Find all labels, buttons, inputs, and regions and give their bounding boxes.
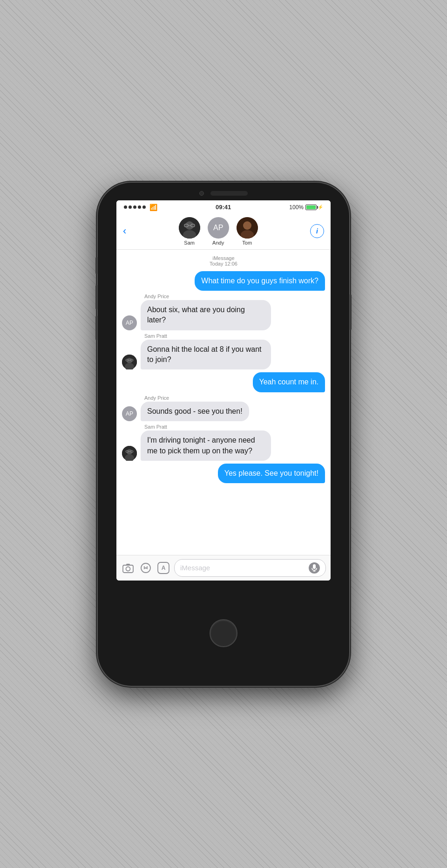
microphone-button[interactable] <box>309 562 320 574</box>
message-row: What time do you guys finish work? <box>122 271 325 291</box>
app-store-button[interactable]: A <box>156 561 170 575</box>
participant-tom[interactable]: Tom <box>237 217 258 246</box>
svg-point-16 <box>127 449 132 455</box>
signal-dot <box>142 205 146 209</box>
volume-down-button[interactable] <box>95 316 97 340</box>
message-bubble-incoming[interactable]: About six, what are you doing later? <box>141 300 271 330</box>
avatar-sam-small <box>122 446 137 461</box>
avatar-tom <box>237 217 258 239</box>
participant-name-tom: Tom <box>242 240 252 246</box>
message-row: Sam Pratt I'm driving tonight - anyone n… <box>122 424 325 461</box>
message-bubble-outgoing[interactable]: What time do you guys finish work? <box>195 271 325 291</box>
camera-button[interactable] <box>121 561 135 575</box>
sender-label: Andy Price <box>144 294 169 299</box>
sender-label: Sam Pratt <box>144 424 167 430</box>
message-row: Sam Pratt Gonna hit the local at 8 if yo… <box>122 333 325 370</box>
battery-fill <box>306 205 316 209</box>
phone-frame: 📶 09:41 100% ⚡ ‹ <box>98 183 349 686</box>
phone-top <box>98 183 349 198</box>
participant-sam[interactable]: Sam <box>179 217 200 246</box>
avatar-sam-small <box>122 355 137 369</box>
participants-list: Sam AP Andy Tom <box>179 217 258 246</box>
info-icon: i <box>316 227 318 235</box>
home-button-area <box>210 581 237 686</box>
signal-indicator <box>124 205 146 209</box>
message-bubble-outgoing[interactable]: Yeah count me in. <box>253 372 325 392</box>
speaker-grille <box>210 191 248 196</box>
message-input-placeholder: iMessage <box>180 564 306 572</box>
tom-avatar-svg <box>237 217 258 239</box>
front-camera <box>199 191 204 196</box>
participant-name-andy: Andy <box>212 240 224 246</box>
info-button[interactable]: i <box>310 224 324 238</box>
svg-text:A: A <box>162 565 166 571</box>
message-input-field[interactable]: iMessage <box>174 559 326 577</box>
svg-point-25 <box>144 566 145 567</box>
chat-header-label: iMessage Today 12:06 <box>122 255 325 267</box>
battery-indicator: ⚡ <box>305 205 323 210</box>
avatar-andy: AP <box>208 217 229 239</box>
svg-point-10 <box>127 358 132 363</box>
battery-percent: 100% <box>289 204 304 211</box>
sender-label: Sam Pratt <box>144 333 167 339</box>
participant-name-sam: Sam <box>184 240 195 246</box>
svg-point-22 <box>126 567 130 571</box>
avatar-ap-small: AP <box>122 406 137 421</box>
participant-andy[interactable]: AP Andy <box>208 217 229 246</box>
message-row: Yes please. See you tonight! <box>122 464 325 483</box>
avatar-sam <box>179 217 200 239</box>
signal-dot <box>129 205 132 209</box>
wifi-icon: 📶 <box>149 204 157 211</box>
svg-rect-23 <box>126 564 130 565</box>
status-time: 09:41 <box>216 204 231 211</box>
messages-area: iMessage Today 12:06 What time do you gu… <box>116 250 331 555</box>
navigation-bar: ‹ Sam <box>116 214 331 250</box>
mute-button[interactable] <box>95 257 97 274</box>
message-row: Yeah count me in. <box>122 372 325 392</box>
charging-bolt: ⚡ <box>318 205 323 210</box>
status-left: 📶 <box>124 204 157 211</box>
back-button[interactable]: ‹ <box>123 226 126 236</box>
message-bubble-incoming[interactable]: Sounds good - see you then! <box>141 402 249 421</box>
signal-dot <box>124 205 127 209</box>
sam-avatar-svg <box>179 217 200 239</box>
sender-label: Andy Price <box>144 395 169 401</box>
message-bubble-incoming[interactable]: Gonna hit the local at 8 if you want to … <box>141 340 271 370</box>
battery-box <box>305 205 317 210</box>
message-bubble-outgoing[interactable]: Yes please. See you tonight! <box>218 464 325 483</box>
digital-touch-button[interactable] <box>139 561 153 575</box>
status-right: 100% ⚡ <box>289 204 323 211</box>
svg-rect-21 <box>123 565 133 573</box>
status-bar: 📶 09:41 100% ⚡ <box>116 200 331 214</box>
message-row: Andy Price AP About six, what are you do… <box>122 294 325 330</box>
svg-point-26 <box>147 566 148 567</box>
signal-dot <box>133 205 136 209</box>
svg-rect-29 <box>313 564 316 569</box>
volume-up-button[interactable] <box>95 285 97 309</box>
message-bubble-incoming[interactable]: I'm driving tonight - anyone need me to … <box>141 431 271 461</box>
avatar-ap-small: AP <box>122 315 137 330</box>
home-button[interactable] <box>210 619 237 647</box>
signal-dot <box>138 205 141 209</box>
svg-point-7 <box>243 221 251 230</box>
input-bar: A iMessage <box>116 555 331 581</box>
message-row: Andy Price AP Sounds good - see you then… <box>122 395 325 421</box>
power-button[interactable] <box>350 294 352 330</box>
phone-screen: 📶 09:41 100% ⚡ ‹ <box>116 200 331 581</box>
